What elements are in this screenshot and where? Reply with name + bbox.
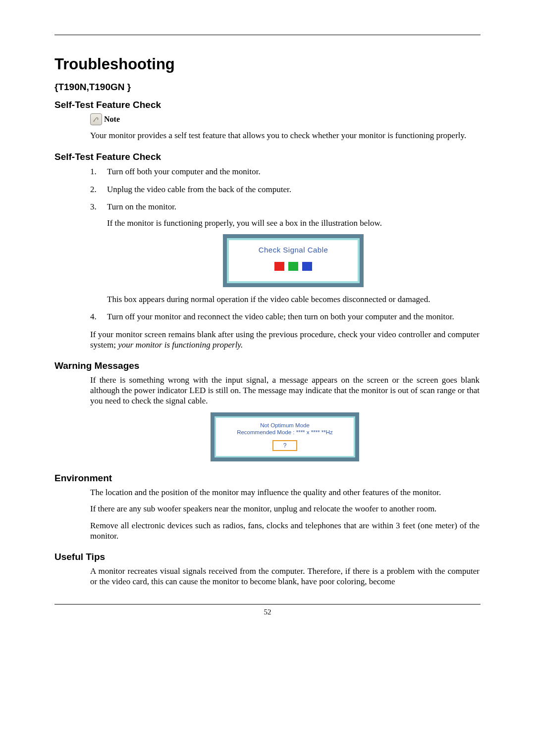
step-2-text: Unplug the video cable from the back of … — [107, 185, 291, 194]
page-number: 52 — [54, 607, 481, 617]
figure-2-button: ? — [272, 440, 297, 451]
model-line: {T190N,T190GN } — [54, 81, 481, 93]
top-rule — [54, 35, 481, 35]
self-test-note-para: Your monitor provides a self test featur… — [90, 130, 480, 141]
self-test-closing: If your monitor screen remains blank aft… — [90, 329, 480, 351]
red-square-icon — [274, 262, 284, 271]
useful-tips-p1: A monitor recreates visual signals recei… — [90, 566, 480, 587]
step-2: Unplug the video cable from the back of … — [90, 184, 480, 195]
note-row: Note — [90, 113, 480, 125]
note-icon — [90, 113, 102, 125]
step-3-text: Turn on the monitor. — [107, 202, 176, 211]
environment-p3: Remove all electronic devices such as ra… — [90, 520, 480, 542]
useful-tips-block: A monitor recreates visual signals recei… — [90, 566, 480, 587]
self-test-steps: Turn off both your computer and the moni… — [90, 166, 480, 322]
figure-check-signal-cable: Check Signal Cable — [223, 234, 364, 287]
environment-p1: The location and the position of the mon… — [90, 487, 480, 498]
self-test-1-block: Note Your monitor provides a self test f… — [90, 113, 480, 141]
figure-1-title: Check Signal Cable — [228, 246, 358, 255]
environment-block: The location and the position of the mon… — [90, 487, 480, 541]
figure-1-color-row — [228, 262, 358, 271]
figure-not-optimum-mode: Not Optimum Mode Recommended Mode : ****… — [211, 412, 359, 462]
environment-p2: If there are any sub woofer speakers nea… — [90, 504, 480, 514]
figure-2-inner: Not Optimum Mode Recommended Mode : ****… — [214, 416, 355, 458]
closing-italic: your monitor is functioning properly. — [118, 340, 243, 350]
step-3-post: This box appears during normal operation… — [107, 294, 480, 304]
heading-environment: Environment — [54, 472, 481, 484]
blue-square-icon — [302, 262, 312, 271]
heading-self-test-2: Self-Test Feature Check — [54, 151, 481, 163]
heading-self-test-1: Self-Test Feature Check — [54, 99, 481, 111]
note-label: Note — [104, 114, 120, 124]
green-square-icon — [288, 262, 298, 271]
document-page: Troubleshooting {T190N,T190GN } Self-Tes… — [0, 0, 535, 756]
figure-2-line-2: Recommended Mode : **** x **** **Hz — [219, 429, 351, 436]
heading-useful-tips: Useful Tips — [54, 551, 481, 563]
step-1: Turn off both your computer and the moni… — [90, 166, 480, 177]
self-test-2-block: Turn off both your computer and the moni… — [90, 166, 480, 350]
figure-2-line-1: Not Optimum Mode — [219, 422, 351, 429]
figure-2-wrap: Not Optimum Mode Recommended Mode : ****… — [90, 412, 480, 462]
bottom-rule — [54, 604, 481, 605]
page-title: Troubleshooting — [54, 55, 481, 74]
figure-1-wrap: Check Signal Cable — [107, 234, 480, 287]
step-3-sub: If the monitor is functioning properly, … — [107, 218, 480, 228]
step-1-text: Turn off both your computer and the moni… — [107, 167, 261, 176]
step-4-text: Turn off your monitor and reconnect the … — [107, 312, 454, 321]
warning-para: If there is something wrong with the inp… — [90, 375, 480, 406]
step-3: Turn on the monitor. If the monitor is f… — [90, 202, 480, 305]
figure-1-inner: Check Signal Cable — [227, 238, 360, 283]
step-4: Turn off your monitor and reconnect the … — [90, 311, 480, 322]
heading-warning-messages: Warning Messages — [54, 360, 481, 372]
warning-block: If there is something wrong with the inp… — [90, 375, 480, 462]
